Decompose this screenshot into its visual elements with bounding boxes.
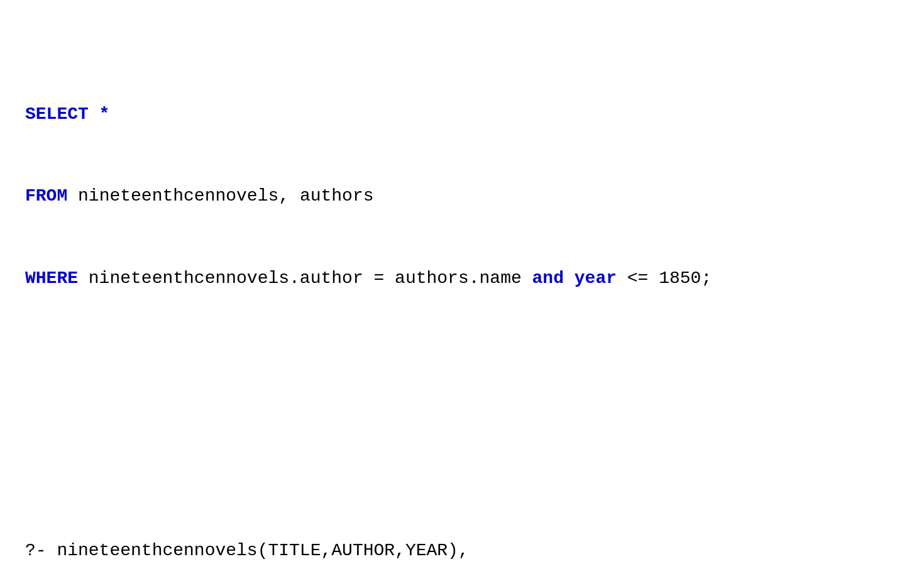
blank-line1: [25, 401, 899, 428]
where-keyword: WHERE: [25, 268, 78, 288]
sql-line3: WHERE nineteenthcennovels.author = autho…: [25, 265, 899, 292]
prolog-query1: ?- nineteenthcennovels(TITLE,AUTHOR,YEAR…: [25, 541, 469, 560]
from-tables: nineteenthcennovels, authors: [67, 186, 373, 206]
select-keyword: SELECT *: [25, 104, 109, 124]
sql-line2: FROM nineteenthcennovels, authors: [25, 182, 899, 209]
where-condition1: nineteenthcennovels.author = authors.nam…: [78, 268, 532, 288]
prolog-line1: ?- nineteenthcennovels(TITLE,AUTHOR,YEAR…: [25, 537, 899, 564]
code-display: SELECT * FROM nineteenthcennovels, autho…: [25, 19, 899, 586]
where-condition2: <= 1850;: [617, 268, 712, 288]
sql-line1: SELECT *: [25, 101, 899, 128]
year-keyword: year: [575, 268, 617, 288]
where-space: [564, 268, 575, 288]
from-keyword: FROM: [25, 186, 67, 206]
and-keyword: and: [532, 268, 564, 288]
